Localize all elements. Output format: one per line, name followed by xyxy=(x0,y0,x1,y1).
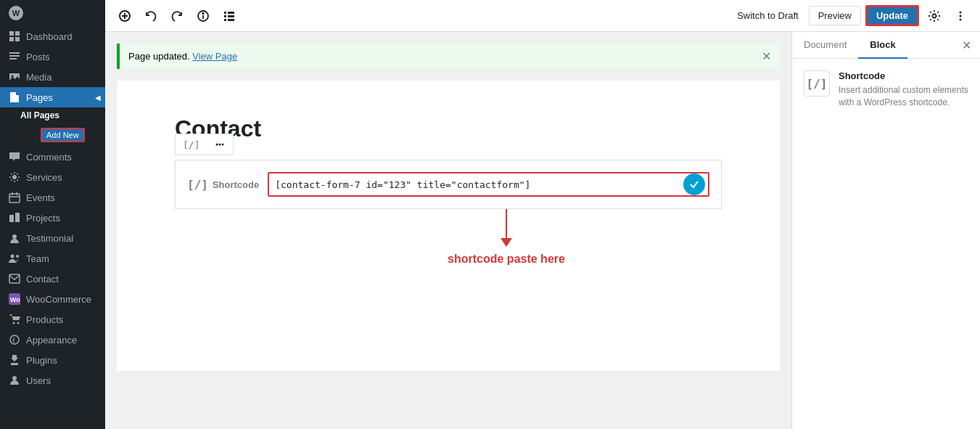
sidebar-item-appearance[interactable]: Appearance xyxy=(0,330,105,350)
sidebar-item-testimonial[interactable]: Testimonial xyxy=(0,228,105,248)
posts-icon xyxy=(9,51,20,62)
notice-close-button[interactable]: ✕ xyxy=(762,49,771,63)
svg-rect-11 xyxy=(9,274,20,283)
wordpress-logo-icon: W xyxy=(9,6,23,20)
svg-point-17 xyxy=(12,376,17,380)
sidebar-item-contact[interactable]: Contact xyxy=(0,269,105,289)
media-icon xyxy=(9,71,20,83)
svg-point-23 xyxy=(202,12,204,14)
svg-point-30 xyxy=(933,14,936,17)
svg-point-34 xyxy=(216,144,218,146)
notice-text: Page updated. View Page xyxy=(128,51,237,62)
svg-point-9 xyxy=(11,255,15,258)
shortcode-input[interactable] xyxy=(269,175,683,195)
sidebar-item-plugins-label: Plugins xyxy=(26,355,57,366)
sidebar-item-woocommerce-label: WooCommerce xyxy=(26,294,91,305)
block-type-info: Shortcode Insert additional custom eleme… xyxy=(839,70,968,109)
svg-rect-28 xyxy=(224,19,226,21)
right-panel: Document Block ✕ [/] Shortcode Insert ad… xyxy=(791,32,980,429)
sidebar-item-comments[interactable]: Comments xyxy=(0,147,105,167)
sidebar-item-posts[interactable]: Posts xyxy=(0,46,105,67)
undo-button[interactable] xyxy=(140,5,162,27)
list-view-button[interactable] xyxy=(218,5,240,27)
sidebar-sub-add-new[interactable]: Add New xyxy=(0,123,105,147)
contact-icon xyxy=(9,273,20,285)
sidebar-item-media-label: Media xyxy=(26,72,52,83)
sidebar-item-contact-label: Contact xyxy=(26,274,59,285)
products-icon xyxy=(9,314,20,325)
services-icon xyxy=(9,171,20,183)
svg-point-8 xyxy=(12,234,17,239)
editor-area: Page updated. View Page ✕ Contact [/] xyxy=(105,32,791,429)
block-type-icon-button[interactable]: [/] xyxy=(176,134,207,155)
plugins-icon xyxy=(9,354,20,366)
sidebar-item-appearance-label: Appearance xyxy=(26,335,77,346)
sidebar-item-users-label: Users xyxy=(26,375,51,386)
page-title: Contact xyxy=(175,115,722,142)
projects-icon xyxy=(9,212,20,224)
preview-button[interactable]: Preview xyxy=(809,6,861,25)
sidebar-item-team-label: Team xyxy=(26,253,49,264)
sidebar-logo: W xyxy=(0,0,105,26)
sidebar-item-plugins[interactable]: Plugins xyxy=(0,350,105,370)
sidebar-item-media[interactable]: Media xyxy=(0,67,105,87)
svg-point-32 xyxy=(960,15,962,17)
svg-rect-27 xyxy=(228,15,234,17)
redo-button[interactable] xyxy=(166,5,188,27)
more-options-button[interactable] xyxy=(950,5,971,27)
sidebar-item-users[interactable]: Users xyxy=(0,370,105,391)
add-block-button[interactable] xyxy=(114,5,136,27)
all-pages-label: All Pages xyxy=(20,110,59,120)
add-new-button[interactable]: Add New xyxy=(41,128,85,142)
switch-to-draft-button[interactable]: Switch to Draft xyxy=(731,7,804,24)
comments-icon xyxy=(9,151,20,163)
shortcode-input-wrap xyxy=(268,172,709,197)
svg-rect-26 xyxy=(224,15,226,17)
block-type-description: Insert additional custom elements with a… xyxy=(839,84,968,109)
dashboard-icon xyxy=(9,30,20,42)
svg-rect-29 xyxy=(228,19,234,21)
sidebar-item-products[interactable]: Products xyxy=(0,309,105,330)
sidebar-item-dashboard[interactable]: Dashboard xyxy=(0,26,105,46)
svg-point-35 xyxy=(219,144,221,146)
sidebar-sub-all-pages[interactable]: All Pages xyxy=(0,107,105,123)
arrow-head-icon xyxy=(501,238,512,247)
settings-button[interactable] xyxy=(923,5,945,27)
pages-icon xyxy=(9,91,20,103)
sidebar-item-projects[interactable]: Projects xyxy=(0,208,105,228)
svg-point-15 xyxy=(17,322,20,324)
tab-document[interactable]: Document xyxy=(792,32,858,59)
panel-close-button[interactable]: ✕ xyxy=(953,33,980,58)
sidebar-item-woocommerce[interactable]: Woo WooCommerce xyxy=(0,289,105,309)
pages-arrow-icon: ◀ xyxy=(95,94,101,102)
sidebar-item-pages[interactable]: Pages ◀ xyxy=(0,87,105,107)
info-button[interactable] xyxy=(192,5,214,27)
appearance-icon xyxy=(9,334,20,346)
panel-header: Document Block ✕ xyxy=(792,32,980,59)
tab-block[interactable]: Block xyxy=(858,32,907,59)
svg-point-33 xyxy=(960,18,962,20)
sidebar-item-services[interactable]: Services xyxy=(0,167,105,187)
svg-rect-7 xyxy=(9,194,20,203)
content-area: Page updated. View Page ✕ Contact [/] xyxy=(105,32,980,429)
svg-point-14 xyxy=(13,322,15,324)
shortcode-block-wrapper: [/] [/] Shortcode xyxy=(175,160,722,209)
view-page-link[interactable]: View Page xyxy=(192,51,237,62)
block-options-button[interactable] xyxy=(207,134,233,155)
annotation-container: shortcode paste here xyxy=(233,209,780,266)
sidebar-item-team[interactable]: Team xyxy=(0,248,105,269)
svg-rect-2 xyxy=(9,37,14,41)
sidebar-item-projects-label: Projects xyxy=(26,213,60,224)
svg-rect-3 xyxy=(15,37,20,41)
sidebar: W Dashboard Posts Media Pages ◀ All Page… xyxy=(0,0,105,429)
sidebar-item-events-label: Events xyxy=(26,192,55,203)
sidebar-item-services-label: Services xyxy=(26,172,62,183)
block-type-header: [/] Shortcode Insert additional custom e… xyxy=(804,70,968,109)
shortcode-label: [/] Shortcode xyxy=(187,178,259,192)
shortcode-apply-button[interactable] xyxy=(683,173,705,195)
sidebar-item-events[interactable]: Events xyxy=(0,187,105,208)
svg-rect-0 xyxy=(9,31,14,36)
svg-point-36 xyxy=(222,144,224,146)
update-button[interactable]: Update xyxy=(865,5,919,26)
svg-rect-1 xyxy=(15,31,20,36)
